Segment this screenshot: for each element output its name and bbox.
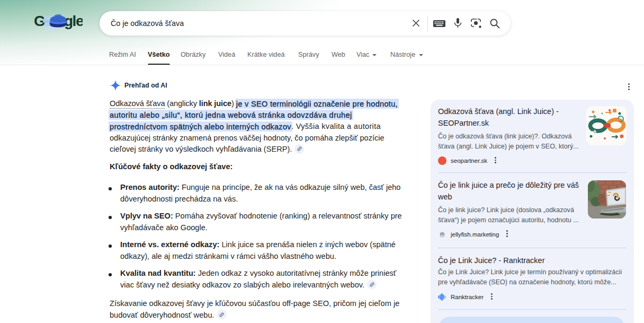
svg-text:gle: gle xyxy=(64,13,83,29)
